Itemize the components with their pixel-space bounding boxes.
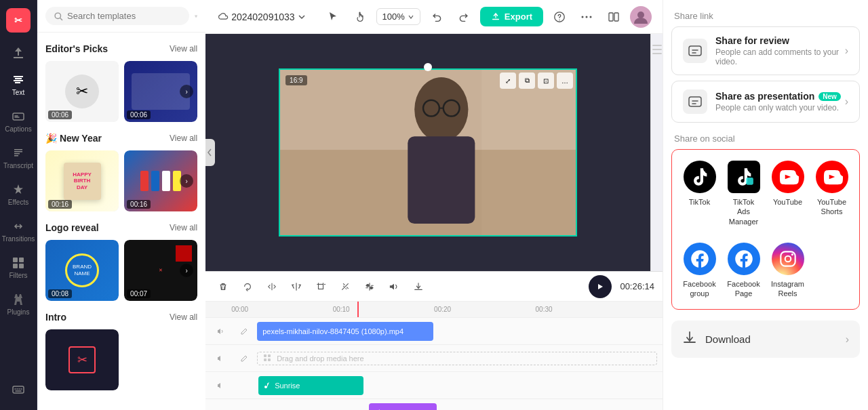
duration-badge: 00:08 [48,289,72,298]
template-card[interactable]: ✕ 00:07 › [124,240,197,301]
sidebar-item-transcript[interactable]: Transcript [0,141,37,175]
zoom-control[interactable]: 100% [376,8,420,25]
youtube-shorts-share-button[interactable]: YouTube Shorts [812,155,851,232]
music-icon [264,382,272,390]
track-edit2[interactable] [234,354,254,363]
timeline-toolbar: 00:26:14 [205,272,663,302]
track-vol2[interactable] [211,354,231,363]
template-card[interactable]: BRANDNAME 00:08 [45,240,119,301]
flip-button[interactable] [287,277,306,296]
video-track-content[interactable]: pexels-mikhail-nilov-8847405 (1080p).mp4 [257,322,657,341]
download-section[interactable]: Download › [671,321,860,358]
template-card[interactable]: ✂ [45,329,119,390]
magic-button[interactable] [336,277,355,296]
instagram-reels-share-button[interactable]: Instagram Reels [768,237,807,304]
intro-view-all[interactable]: View all [170,312,197,322]
filter-icon[interactable] [195,9,197,23]
download-clip-button[interactable] [409,277,428,296]
crop-timeline-button[interactable] [311,277,330,296]
facebook-page-label: Facebook Page [727,279,760,299]
audio-track-1-content[interactable]: Sunrise [257,376,657,395]
volume-button[interactable] [384,277,403,296]
template-card[interactable]: HAPPYBIRTHDAY 00:16 [45,150,119,211]
tiktok-ads-share-button[interactable]: TikTok Ads Manager [724,155,763,232]
pip-button[interactable]: ⧉ [519,73,535,89]
right-collapse-buttons [651,42,663,57]
fullscreen-button[interactable]: ⤢ [500,73,516,89]
sidebar-item-upload[interactable] [0,41,37,65]
editors-picks-view-all[interactable]: View all [170,44,197,54]
share-for-review-option[interactable]: Share for review People can add comments… [671,26,860,75]
instagram-reels-icon [772,243,804,275]
placeholder-track-content[interactable]: Drag and drop media here [257,349,657,368]
sidebar-item-plugins-label: Plugins [7,308,30,316]
next-arrow[interactable]: › [180,174,193,188]
more-preview-button[interactable]: … [557,73,573,89]
track-edit-control[interactable] [234,327,254,335]
youtube-share-button[interactable]: YouTube [768,155,807,232]
download-icon [682,330,697,348]
intro-header: Intro View all [45,312,197,323]
export-button[interactable]: Export [480,7,543,26]
download-arrow-icon: › [846,333,849,346]
cloud-icon [216,11,229,23]
delete-clip-button[interactable] [214,277,233,296]
cursor-tool-button[interactable] [322,6,344,28]
drag-drop-zone[interactable]: Drag and drop media here [257,352,657,365]
ruler-mark: 00:30 [536,306,637,313]
preview-controls: ⤢ ⧉ ⊡ … [500,73,573,89]
template-card[interactable]: 00:16 › [124,150,197,211]
video-clip[interactable]: pexels-mikhail-nilov-8847405 (1080p).mp4 [257,322,433,341]
user-avatar[interactable] [630,6,652,28]
hand-tool-button[interactable] [349,6,371,28]
svg-rect-32 [689,97,701,106]
track-volume-control[interactable] [211,327,231,335]
svg-rect-21 [408,136,475,224]
share-presentation-text: Share as presentation New People can onl… [715,91,841,112]
export-icon [491,12,500,22]
split-button[interactable] [262,277,281,296]
svg-rect-14 [609,13,613,21]
audio-track-2-content[interactable]: Happy [257,403,657,411]
template-card[interactable]: 00:06 › [124,61,197,122]
undo-button[interactable] [426,6,448,28]
app-logo[interactable]: ✂ [6,8,31,33]
facebook-group-label: Facebook group [683,279,716,299]
next-arrow[interactable]: › [180,264,193,277]
next-arrow[interactable]: › [180,85,193,98]
sidebar-item-keyboard[interactable] [0,377,37,402]
facebook-group-share-button[interactable]: Facebook group [680,237,719,304]
editor-topbar: 202402091033 100% Export [205,0,663,34]
sidebar-item-transitions[interactable]: Transitions [0,214,37,248]
track-vol3[interactable] [211,382,231,390]
tiktok-share-button[interactable]: TikTok [680,155,719,232]
svg-rect-5 [13,264,18,268]
sidebar-item-captions[interactable]: Captions [0,104,37,138]
drag-drop-label: Drag and drop media here [277,354,363,363]
sidebar-item-effects[interactable]: Effects [0,178,37,211]
audio-clip-1[interactable]: Sunrise [258,376,363,395]
help-button[interactable] [549,6,570,28]
collapse-panel-button[interactable] [205,139,215,166]
logo-reveal-view-all[interactable]: View all [170,223,197,232]
redo-button[interactable] [453,6,475,28]
audio-clip-2[interactable]: Happy [369,403,437,411]
search-input[interactable] [67,11,181,21]
more-options-button[interactable] [576,6,597,28]
facebook-page-share-button[interactable]: Facebook Page [724,237,763,304]
sidebar-item-plugins[interactable]: Plugins [0,287,37,321]
new-year-view-all[interactable]: View all [170,134,197,143]
loop-button[interactable] [238,277,257,296]
crop-button[interactable]: ⊡ [538,73,554,89]
video-track-row: pexels-mikhail-nilov-8847405 (1080p).mp4 [205,318,663,345]
share-as-presentation-option[interactable]: Share as presentation New People can onl… [671,81,860,123]
split-view-button[interactable] [603,6,625,28]
share-presentation-arrow: › [845,96,848,108]
template-card[interactable]: ✂ 00:06 [45,61,119,122]
sidebar-item-text[interactable]: Text [0,68,37,102]
play-button[interactable] [589,275,612,298]
sidebar-item-filters[interactable]: Filters [0,251,37,285]
adjust-button[interactable] [360,277,379,296]
duration-badge: 00:16 [48,200,72,209]
chevron-down-icon[interactable] [298,13,306,21]
